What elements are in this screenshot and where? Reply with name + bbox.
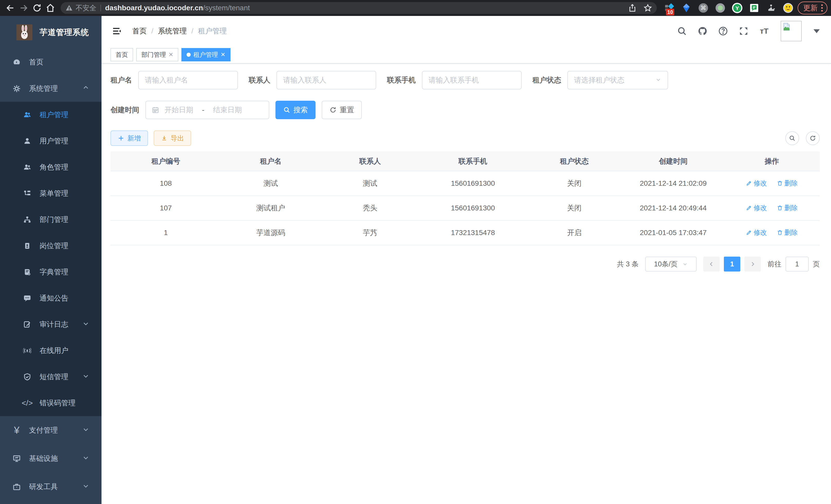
url-host: dashboard.yudao.iocoder.cn [105,4,203,12]
breadcrumb-home[interactable]: 首页 [132,26,147,36]
share-icon[interactable] [628,4,637,12]
help-button[interactable] [717,25,729,37]
close-icon[interactable]: ✕ [169,51,173,58]
goto-page-input[interactable] [785,257,809,271]
sidebar-item-tenant[interactable]: 租户管理 [0,102,102,128]
security-label[interactable]: 不安全 [76,3,96,12]
cell-name: 测试 [221,171,320,196]
sidebar-item-sms[interactable]: 短信管理 [0,364,102,390]
sidebar-item-home[interactable]: 首页 [0,49,102,75]
browser-back-button[interactable] [4,1,17,14]
page-number-button[interactable]: 1 [724,257,740,271]
extension-y-logo-icon[interactable]: Y [732,3,743,13]
page-size-select[interactable]: 10条/页 [645,257,697,271]
delete-link[interactable]: 删除 [777,203,798,212]
sidebar-item-menu[interactable]: 菜单管理 [0,180,102,207]
search-icon [789,135,796,142]
sidebar-item-dev-tools[interactable]: 研发工具 [0,473,102,501]
sidebar-logo[interactable]: 芋道管理系统 [0,16,102,49]
next-page-button[interactable] [744,257,761,271]
filter-row-1: 租户名 联系人 联系手机 租户状态 请选择租户状态 [111,71,820,89]
tab-tenant[interactable]: 租户管理 ✕ [181,48,230,61]
cell-created: 2021-12-14 21:02:09 [623,171,724,196]
cell-actions: 修改 删除 [724,196,820,220]
sidebar-fold-button[interactable] [109,23,125,39]
date-range-picker[interactable]: 开始日期 - 结束日期 [145,101,269,119]
user-icon [23,137,32,145]
browser-forward-button[interactable] [17,1,30,14]
cell-status: 开启 [526,220,622,245]
chevron-down-icon [83,320,89,329]
filter-tenant-name: 租户名 [111,71,238,89]
column-header-actions: 操作 [724,152,820,171]
github-button[interactable] [697,25,708,37]
delete-link[interactable]: 删除 [777,179,798,188]
extension-dot-circle-icon[interactable] [715,3,726,13]
close-icon[interactable]: ✕ [221,51,225,58]
sidebar-item-user[interactable]: 用户管理 [0,128,102,154]
browser-home-button[interactable] [44,1,57,14]
sidebar-item-dict[interactable]: 字典管理 [0,259,102,285]
plus-icon [118,135,124,142]
url-separator [101,5,101,11]
edit-link[interactable]: 修改 [746,203,767,212]
export-button[interactable]: 导出 [154,130,191,146]
search-button[interactable]: 搜索 [276,101,316,119]
sidebar-item-label: 短信管理 [39,372,68,382]
extensions-puzzle-icon[interactable] [766,3,776,13]
sidebar-item-post[interactable]: 岗位管理 [0,233,102,259]
user-avatar[interactable] [781,21,802,41]
filter-label: 创建时间 [111,105,139,115]
chevron-down-icon [682,261,688,267]
table-row: 1 芋道源码 芋艿 17321315478 开启 2021-01-05 17:0… [111,220,820,245]
avatar-dropdown-caret-icon[interactable] [813,29,820,33]
sidebar-item-notice[interactable]: 通知公告 [0,285,102,312]
profile-avatar-icon[interactable] [783,3,794,13]
breadcrumb-separator: / [151,27,153,35]
extension-kite-icon[interactable] [681,3,692,13]
header-search-button[interactable] [676,25,688,37]
sidebar-item-audit-log[interactable]: 审计日志 [0,312,102,337]
url-bar[interactable]: 不安全 dashboard.yudao.iocoder.cn /system/t… [61,2,657,14]
menu-tree-icon [23,189,32,198]
start-date-placeholder[interactable]: 开始日期 [165,105,193,115]
hamburger-fold-icon [112,26,122,36]
navbar-actions: ᴛT [676,21,820,41]
tenant-name-input[interactable] [138,71,238,89]
font-size-button[interactable]: ᴛT [758,25,770,37]
prev-page-button[interactable] [703,257,720,271]
cell-name: 测试租户 [221,196,320,220]
edit-link[interactable]: 修改 [746,228,767,237]
sidebar-item-pay[interactable]: ¥ 支付管理 [0,416,102,444]
sidebar-item-infra[interactable]: 基础设施 [0,444,102,473]
tab-home[interactable]: 首页 [111,48,133,61]
end-date-placeholder[interactable]: 结束日期 [213,105,242,115]
delete-link[interactable]: 删除 [777,228,798,237]
sidebar-item-system[interactable]: 系统管理 [0,75,102,102]
mobile-input[interactable] [422,71,522,89]
bookmark-star-icon[interactable] [643,4,652,12]
sidebar-item-error-code[interactable]: </> 错误码管理 [0,390,102,416]
tab-label: 部门管理 [141,51,166,59]
tab-dept[interactable]: 部门管理 ✕ [136,48,178,61]
refresh-table-button[interactable] [806,131,820,145]
status-select[interactable]: 请选择租户状态 [567,71,668,89]
toggle-search-button[interactable] [785,131,799,145]
breadcrumb-system[interactable]: 系统管理 [158,26,187,36]
fullscreen-button[interactable] [738,25,749,37]
chevron-down-icon [83,373,89,381]
sidebar-item-role[interactable]: 角色管理 [0,154,102,180]
sidebar-item-online-user[interactable]: 在线用户 [0,337,102,364]
edit-link[interactable]: 修改 [746,179,767,188]
edit-document-icon [23,320,32,329]
add-button[interactable]: 新增 [111,130,148,146]
extension-grid-diamond-icon[interactable]: 10 [664,3,675,13]
contact-input[interactable] [277,71,376,89]
font-size-icon: ᴛT [760,27,768,35]
reset-button[interactable]: 重置 [322,101,362,119]
sidebar-item-dept[interactable]: 部门管理 [0,207,102,233]
extension-chat-icon[interactable] [749,3,760,13]
browser-reload-button[interactable] [30,1,44,14]
browser-update-menu-button[interactable]: 更新 [798,2,827,14]
extension-command-icon[interactable]: ⌘ [698,3,709,13]
